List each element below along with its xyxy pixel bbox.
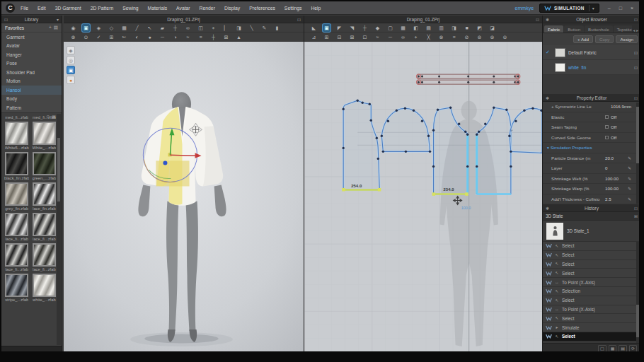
fabric-thumbnail[interactable] [33, 243, 56, 267]
library-item[interactable]: Hanger [1, 50, 62, 59]
checkbox[interactable] [605, 136, 609, 139]
scrollbar-thumb[interactable] [57, 138, 60, 202]
refresh-icon[interactable]: ⊙ [46, 114, 50, 119]
scrollbar[interactable] [57, 114, 61, 346]
fabric-row[interactable]: ✓ Default Fabric ⊡ [543, 45, 639, 60]
edit-icon[interactable]: ⊡ [634, 50, 638, 55]
grid-view-icon[interactable]: ▦ [52, 114, 56, 119]
toolbar-icon[interactable]: ◫ [197, 24, 205, 32]
fabric-swatch[interactable]: White_...zfab [32, 122, 56, 150]
property-value[interactable]: 2.5 [605, 197, 628, 202]
history-row[interactable]: ↖ Select [543, 251, 639, 260]
property-row[interactable]: ▾ Layer 0 ✎ [543, 163, 639, 174]
toolbar-icon[interactable]: ▣ [323, 24, 330, 32]
toolbar-icon[interactable]: ╲ [248, 24, 255, 32]
history-tool-icon[interactable]: ⟳ [629, 345, 637, 352]
checkbox[interactable] [605, 115, 609, 119]
fabric-thumbnail[interactable] [5, 182, 28, 206]
property-editor-header[interactable]: ✱ Property Editor ⊡ [543, 94, 639, 102]
property-row[interactable]: ▾ Shrinkage Warp (% 100.00 ✎ [543, 184, 639, 194]
property-value[interactable]: 0 [605, 165, 628, 170]
toolbar-icon[interactable]: ⊚ [476, 33, 483, 41]
fabric-swatch[interactable]: black_fin.zfab [4, 152, 29, 180]
fabric-swatch[interactable]: green_...zfab [32, 152, 56, 180]
fabric-thumbnail[interactable] [33, 182, 56, 206]
tab[interactable]: Fabric [544, 25, 563, 33]
toolbar-icon[interactable]: ◨ [235, 24, 243, 32]
scrollbar[interactable] [636, 103, 639, 204]
toolbar-icon[interactable]: ⌖ [412, 33, 420, 41]
property-value[interactable]: Off [611, 135, 633, 140]
toolbar-icon[interactable]: ◨ [450, 24, 458, 32]
fabric-swatch[interactable]: lace_fi...zfab [4, 213, 29, 241]
3d-window-titlebar[interactable]: Draping_01.ZPrj ⊡ [64, 16, 304, 23]
library-item[interactable]: Motion [1, 77, 62, 86]
fabric-swatch[interactable]: grey_fin.zfab [4, 182, 29, 211]
toolbar-icon[interactable]: ◆ [374, 24, 381, 32]
fabric-thumbnail[interactable] [5, 152, 28, 175]
fabric-thumbnail[interactable] [5, 122, 28, 145]
close-button[interactable]: × [631, 6, 633, 11]
menu-item[interactable]: 2D Pattern [91, 6, 114, 11]
fabric-thumbnail[interactable] [33, 274, 56, 297]
maximize-button[interactable]: □ [619, 6, 622, 11]
toolbar-icon[interactable]: ▏ [222, 24, 230, 32]
view-toggle-icon[interactable]: ◎ [67, 56, 75, 64]
toolbar-icon[interactable]: ⊘ [463, 33, 471, 41]
view-toggle-icon[interactable]: ◈ [67, 46, 75, 54]
property-row[interactable]: ▾ Add'l Thickness - Collisio 2.5 ✎ [543, 194, 639, 205]
fabric-swatch[interactable]: stripe_...zfab [4, 274, 29, 302]
property-row[interactable]: ▾ Elastic Off ✎ [543, 112, 639, 123]
toolbar-icon[interactable]: ◐ [133, 33, 141, 41]
toolbar-icon[interactable]: ◣ [310, 24, 318, 32]
history-tool-icon[interactable]: ▦ [609, 345, 617, 352]
edit-icon[interactable]: ⊡ [634, 65, 638, 70]
toolbar-icon[interactable]: ⊙ [82, 33, 90, 41]
toolbar-icon[interactable]: ✂ [120, 33, 128, 41]
3d-viewport[interactable]: ◈◎▣● [64, 42, 304, 351]
history-row[interactable]: ↖ Select [543, 332, 639, 341]
edit-pencil-icon[interactable]: ✎ [628, 186, 633, 191]
toolbar-icon[interactable]: ◈ [95, 24, 103, 32]
toolbar-icon[interactable]: ∞ [399, 33, 407, 41]
menu-item[interactable]: Preferences [249, 6, 275, 11]
toolbar-icon[interactable]: ◩ [476, 24, 483, 32]
check-icon[interactable]: ✓ [546, 49, 552, 55]
menu-item[interactable]: Edit [38, 6, 46, 11]
add-favorite-icon[interactable]: + [49, 25, 52, 30]
toolbar-icon[interactable]: ⊠ [348, 33, 356, 41]
menu-item[interactable]: File [21, 6, 28, 11]
toolbar-icon[interactable]: ⊞ [323, 33, 330, 41]
property-row[interactable]: ▾ Simulation Properties ✎ [543, 143, 639, 153]
toolbar-icon[interactable]: ≈ [184, 33, 192, 41]
menu-item[interactable]: Sewing [122, 6, 138, 11]
toolbar-icon[interactable]: ■ [463, 24, 471, 32]
toolbar-icon[interactable]: ◑ [171, 33, 179, 41]
history-row[interactable]: ↖ Select [543, 242, 639, 251]
fabric-swatch[interactable]: med_fi...zfab [4, 115, 29, 119]
toolbar-icon[interactable]: ● [146, 33, 154, 41]
library-item[interactable]: Pose [1, 59, 62, 69]
toolbar-icon[interactable]: ✓ [95, 33, 103, 41]
tab[interactable]: Topstitch [614, 25, 633, 33]
history-row[interactable]: ↖ Select [543, 269, 639, 278]
toolbar-icon[interactable]: ╳ [425, 33, 432, 41]
toolbar-icon[interactable]: ▮ [273, 24, 281, 32]
menu-item[interactable]: Help [311, 6, 321, 11]
toolbar-icon[interactable]: ─ [386, 33, 394, 41]
menu-item[interactable]: Materials [148, 6, 168, 11]
fabric-row[interactable]: white_fin ⊡ [543, 60, 639, 75]
toolbar-icon[interactable]: ⊿ [310, 33, 318, 41]
fabric-swatch[interactable]: lace_fi...zfab [32, 213, 56, 241]
library-item[interactable]: Avatar [1, 42, 62, 51]
user-name[interactable]: emmkye [515, 6, 534, 11]
fabric-swatch[interactable]: lace_fin.zfab [32, 182, 56, 211]
property-value[interactable]: 20.0 [605, 156, 628, 160]
edit-pencil-icon[interactable]: ✎ [628, 156, 633, 160]
library-item[interactable]: Garment [1, 33, 62, 42]
add-folder-icon[interactable]: ▤ [54, 25, 58, 30]
property-value[interactable]: Off [611, 124, 633, 129]
toolbar-icon[interactable]: ⊕ [69, 33, 77, 41]
view-toggle-icon[interactable]: ▣ [67, 66, 75, 74]
toolbar-icon[interactable]: ◧ [412, 24, 420, 32]
